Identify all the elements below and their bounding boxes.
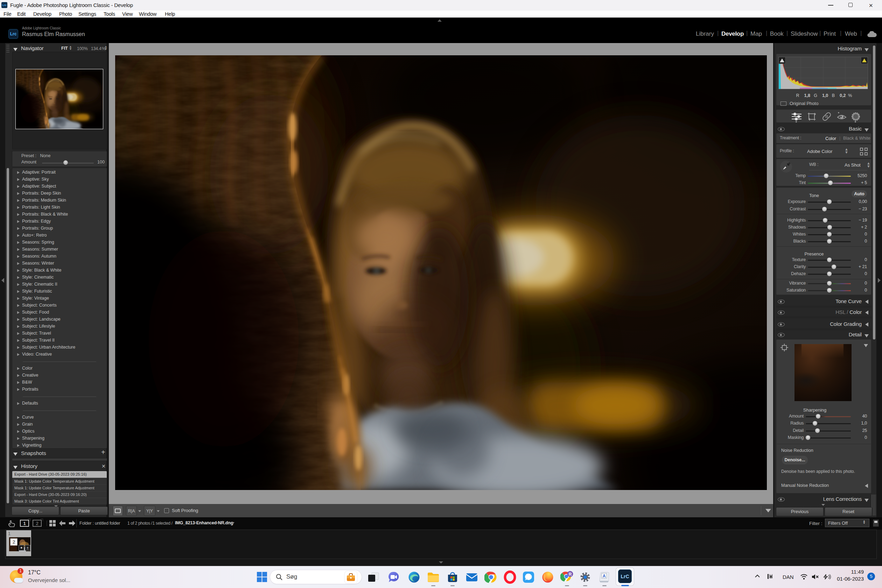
svg-text:A: A xyxy=(603,574,606,579)
svg-text:R: R xyxy=(569,572,572,577)
